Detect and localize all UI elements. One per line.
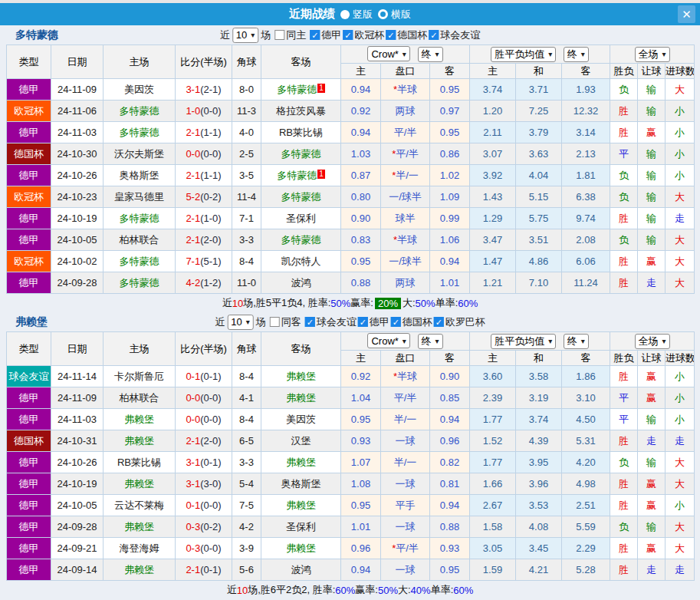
- home-team: 多特蒙德: [104, 122, 176, 143]
- recent-count-value: 10: [231, 316, 242, 328]
- avg-away-odds: 2.08: [562, 229, 610, 251]
- avg-away-odds: 4.50: [562, 409, 610, 430]
- col-odds-away: 客: [430, 351, 470, 366]
- dialog-title: 近期战绩: [289, 7, 335, 21]
- chevron-down-icon: ▾: [581, 337, 585, 345]
- avg-away-odds: 9.74: [562, 208, 610, 229]
- recent-count-select[interactable]: 10 ▾: [232, 28, 259, 43]
- final-avg-select-value: 终: [567, 48, 577, 61]
- away-team-name: 圣保利: [286, 521, 316, 532]
- away-team: 美因茨: [261, 409, 341, 430]
- summary-segment: 单率:: [435, 296, 458, 310]
- league-type-badge: 德甲: [7, 208, 51, 229]
- close-button[interactable]: ✕: [678, 5, 695, 23]
- summary-segment: 近: [222, 296, 232, 310]
- fulltime-score: 2-1: [186, 234, 200, 246]
- recent-count-select[interactable]: 10 ▾: [227, 315, 254, 330]
- match-row: 德甲24-11-09柏林联合0-0(0-0)4-1弗赖堡1.04平/半0.852…: [7, 387, 695, 409]
- avg-draw-odds: 3.58: [516, 366, 562, 387]
- avg-draw-odds: 3.95: [516, 452, 562, 473]
- team-name: 弗赖堡: [15, 315, 48, 329]
- match-row: 德甲24-09-28弗赖堡0-3(0-2)4-2圣保利1.01一球0.881.5…: [7, 516, 695, 538]
- scope-group-header: 全场 ▾: [610, 45, 695, 64]
- avg-draw-odds: 3.71: [516, 79, 562, 101]
- summary-segment: 赢率:: [355, 583, 378, 597]
- home-team-name: 沃尔夫斯堡: [114, 148, 164, 160]
- radio-vertical-layout[interactable]: 竖版: [340, 8, 373, 21]
- avg-draw-odds: 3.53: [516, 495, 562, 516]
- chevron-down-icon: ▾: [403, 337, 406, 345]
- scope-select[interactable]: 全场 ▾: [635, 334, 670, 349]
- avg-away-odds: 5.28: [562, 559, 610, 581]
- league-type-cell: 德甲: [7, 495, 51, 516]
- match-date: 24-09-28: [51, 516, 104, 538]
- near-label: 近: [215, 315, 225, 329]
- away-team-name: 多特蒙德: [277, 170, 317, 181]
- same-venue-label: 同主: [286, 28, 306, 42]
- score-cell: 5-2(0-2): [176, 186, 232, 208]
- league-type-cell: 欧冠杯: [7, 186, 51, 208]
- handicap-line: 平手: [381, 495, 430, 516]
- score-cell: 0-0(0-0): [176, 387, 232, 409]
- league-filter-checkbox[interactable]: ✓球会友谊: [429, 28, 480, 42]
- home-team: 奥格斯堡: [104, 165, 176, 186]
- scope-select[interactable]: 全场 ▾: [635, 47, 670, 62]
- chevron-down-icon: ▾: [435, 50, 439, 58]
- away-team-name: 汉堡: [291, 435, 311, 447]
- final-avg-select[interactable]: 终 ▾: [564, 47, 589, 62]
- league-filter-label: 欧罗巴杯: [445, 315, 485, 329]
- league-filter-checkbox[interactable]: ✓德国杯: [391, 315, 432, 329]
- radio-horizontal-layout[interactable]: 横版: [378, 8, 411, 21]
- final-avg-select[interactable]: 终 ▾: [564, 334, 589, 349]
- avg-away-odds: 4.20: [562, 452, 610, 473]
- league-filter-checkbox[interactable]: ✓欧罗巴杯: [434, 315, 485, 329]
- away-team: 圣保利: [261, 208, 341, 229]
- match-date: 24-10-05: [51, 229, 104, 251]
- match-date: 24-10-19: [51, 473, 104, 495]
- goals-result: 小: [665, 495, 695, 516]
- avg-away-odds: 2.51: [562, 495, 610, 516]
- fulltime-score: 2-1: [186, 564, 200, 575]
- final-odds-select[interactable]: 终 ▾: [418, 334, 443, 349]
- handicap-line: *半球: [381, 366, 430, 387]
- summary-segment: 40%: [411, 585, 431, 596]
- checkbox-checked-icon: ✓: [343, 30, 353, 40]
- league-filter-checkbox[interactable]: ✓德甲: [310, 28, 341, 42]
- bookmaker-select[interactable]: Crow* ▾: [367, 333, 409, 348]
- summary-segment: 20%: [375, 298, 401, 309]
- same-venue-label: 同客: [281, 315, 301, 329]
- home-team-name: 美因茨: [124, 84, 154, 95]
- home-team-name: 弗赖堡: [124, 414, 154, 425]
- final-odds-select[interactable]: 终 ▾: [418, 47, 443, 62]
- home-team: RB莱比锡: [104, 452, 176, 473]
- league-type-badge: 德甲: [7, 387, 51, 408]
- radio-vertical-label: 竖版: [353, 8, 373, 21]
- avg-odds-select[interactable]: 胜平负均值 ▾: [491, 334, 556, 349]
- corners: 3-5: [232, 165, 261, 186]
- summary-segment: 50%: [330, 298, 350, 309]
- home-team-name: 多特蒙德: [120, 213, 159, 224]
- goals-result: 走: [665, 559, 695, 581]
- handicap-line: 一球: [381, 516, 430, 538]
- score-cell: 3-1(0-1): [176, 452, 232, 473]
- away-team-name: 弗赖堡: [286, 392, 316, 404]
- league-filter-checkbox[interactable]: ✓德国杯: [386, 28, 427, 42]
- match-date: 24-10-02: [51, 251, 104, 272]
- col-corner: 角球: [232, 45, 261, 79]
- match-date: 24-11-06: [51, 101, 104, 122]
- league-filter-checkbox[interactable]: ✓球会友谊: [305, 315, 357, 329]
- home-team: 弗赖堡: [104, 559, 176, 581]
- team-name: 多特蒙德: [15, 28, 58, 42]
- bookmaker-select[interactable]: Crow* ▾: [367, 46, 409, 61]
- score-cell: 1-0(0-0): [176, 101, 232, 122]
- league-type-badge: 德国杯: [7, 143, 51, 164]
- home-odds: 0.95: [341, 409, 381, 430]
- league-filter-checkbox[interactable]: ✓德甲: [358, 315, 389, 329]
- away-odds: 0.86: [430, 143, 470, 165]
- line-text: 半球: [397, 84, 417, 95]
- same-venue-checkbox[interactable]: 同客: [270, 315, 301, 329]
- avg-odds-select[interactable]: 胜平负均值 ▾: [491, 47, 556, 62]
- corners: 5-4: [232, 473, 261, 495]
- same-venue-checkbox[interactable]: 同主: [274, 28, 306, 42]
- league-filter-checkbox[interactable]: ✓欧冠杯: [343, 28, 384, 42]
